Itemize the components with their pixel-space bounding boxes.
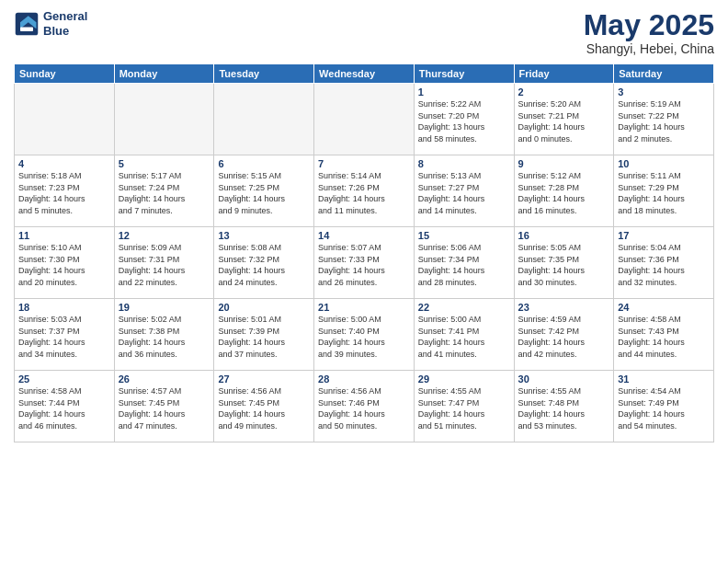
month-title: May 2025: [584, 9, 714, 41]
day-number: 31: [618, 373, 710, 385]
logo-text: General Blue: [43, 9, 87, 38]
calendar-cell: 18Sunrise: 5:03 AM Sunset: 7:37 PM Dayli…: [15, 299, 115, 371]
day-number: 7: [318, 158, 410, 169]
calendar-cell: 14Sunrise: 5:07 AM Sunset: 7:33 PM Dayli…: [314, 227, 415, 299]
day-info: Sunrise: 5:00 AM Sunset: 7:40 PM Dayligh…: [318, 314, 410, 360]
day-info: Sunrise: 5:11 AM Sunset: 7:29 PM Dayligh…: [618, 170, 710, 216]
day-info: Sunrise: 5:04 AM Sunset: 7:36 PM Dayligh…: [618, 242, 710, 288]
calendar-cell: 21Sunrise: 5:00 AM Sunset: 7:40 PM Dayli…: [314, 299, 415, 371]
day-number: 23: [518, 302, 610, 313]
calendar-cell: 5Sunrise: 5:17 AM Sunset: 7:24 PM Daylig…: [114, 155, 214, 227]
weekday-header-monday: Monday: [114, 64, 214, 84]
title-block: May 2025 Shangyi, Hebei, China: [584, 9, 714, 56]
weekday-header-sunday: Sunday: [15, 64, 115, 84]
calendar-cell: [114, 84, 214, 155]
day-info: Sunrise: 5:13 AM Sunset: 7:27 PM Dayligh…: [418, 170, 510, 216]
day-info: Sunrise: 5:15 AM Sunset: 7:25 PM Dayligh…: [218, 170, 310, 216]
calendar-cell: [314, 84, 415, 155]
day-info: Sunrise: 5:03 AM Sunset: 7:37 PM Dayligh…: [18, 314, 110, 360]
day-info: Sunrise: 5:20 AM Sunset: 7:21 PM Dayligh…: [518, 98, 610, 144]
day-info: Sunrise: 5:12 AM Sunset: 7:28 PM Dayligh…: [518, 170, 610, 216]
weekday-header-thursday: Thursday: [414, 64, 514, 84]
day-number: 29: [418, 373, 510, 385]
calendar-cell: 7Sunrise: 5:14 AM Sunset: 7:26 PM Daylig…: [314, 155, 415, 227]
day-number: 14: [318, 230, 410, 241]
day-number: 13: [218, 230, 310, 241]
calendar-cell: 16Sunrise: 5:05 AM Sunset: 7:35 PM Dayli…: [514, 227, 614, 299]
day-number: 10: [618, 158, 710, 169]
day-number: 19: [119, 302, 210, 313]
calendar-cell: 3Sunrise: 5:19 AM Sunset: 7:22 PM Daylig…: [614, 84, 714, 155]
calendar-cell: 20Sunrise: 5:01 AM Sunset: 7:39 PM Dayli…: [214, 299, 314, 371]
calendar-cell: 8Sunrise: 5:13 AM Sunset: 7:27 PM Daylig…: [414, 155, 514, 227]
day-info: Sunrise: 5:19 AM Sunset: 7:22 PM Dayligh…: [618, 98, 710, 144]
calendar-cell: 12Sunrise: 5:09 AM Sunset: 7:31 PM Dayli…: [114, 227, 214, 299]
page: General Blue May 2025 Shangyi, Hebei, Ch…: [0, 0, 728, 563]
calendar-cell: 10Sunrise: 5:11 AM Sunset: 7:29 PM Dayli…: [614, 155, 714, 227]
day-number: 28: [318, 373, 410, 385]
day-number: 21: [318, 302, 410, 313]
calendar-cell: 29Sunrise: 4:55 AM Sunset: 7:47 PM Dayli…: [414, 371, 514, 442]
calendar-cell: 23Sunrise: 4:59 AM Sunset: 7:42 PM Dayli…: [514, 299, 614, 371]
day-info: Sunrise: 5:01 AM Sunset: 7:39 PM Dayligh…: [218, 314, 310, 360]
day-number: 9: [518, 158, 610, 169]
day-number: 5: [119, 158, 210, 169]
day-number: 26: [119, 373, 210, 385]
day-info: Sunrise: 4:58 AM Sunset: 7:44 PM Dayligh…: [18, 385, 110, 431]
day-info: Sunrise: 5:09 AM Sunset: 7:31 PM Dayligh…: [119, 242, 210, 288]
day-number: 11: [18, 230, 110, 241]
day-info: Sunrise: 5:07 AM Sunset: 7:33 PM Dayligh…: [318, 242, 410, 288]
weekday-header-tuesday: Tuesday: [214, 64, 314, 84]
day-info: Sunrise: 5:17 AM Sunset: 7:24 PM Dayligh…: [119, 170, 210, 216]
weekday-header-wednesday: Wednesday: [314, 64, 415, 84]
calendar-cell: 4Sunrise: 5:18 AM Sunset: 7:23 PM Daylig…: [15, 155, 115, 227]
day-number: 1: [418, 86, 510, 98]
calendar-cell: 28Sunrise: 4:56 AM Sunset: 7:46 PM Dayli…: [314, 371, 415, 442]
day-number: 22: [418, 302, 510, 313]
calendar-cell: 25Sunrise: 4:58 AM Sunset: 7:44 PM Dayli…: [15, 371, 115, 442]
day-info: Sunrise: 4:57 AM Sunset: 7:45 PM Dayligh…: [119, 385, 210, 431]
day-info: Sunrise: 5:06 AM Sunset: 7:34 PM Dayligh…: [418, 242, 510, 288]
day-number: 6: [218, 158, 310, 169]
calendar-cell: 2Sunrise: 5:20 AM Sunset: 7:21 PM Daylig…: [514, 84, 614, 155]
day-info: Sunrise: 5:08 AM Sunset: 7:32 PM Dayligh…: [218, 242, 310, 288]
day-info: Sunrise: 4:55 AM Sunset: 7:47 PM Dayligh…: [418, 385, 510, 431]
calendar-cell: 9Sunrise: 5:12 AM Sunset: 7:28 PM Daylig…: [514, 155, 614, 227]
calendar-cell: 17Sunrise: 5:04 AM Sunset: 7:36 PM Dayli…: [614, 227, 714, 299]
svg-rect-2: [20, 27, 33, 30]
day-info: Sunrise: 5:14 AM Sunset: 7:26 PM Dayligh…: [318, 170, 410, 216]
calendar-cell: 24Sunrise: 4:58 AM Sunset: 7:43 PM Dayli…: [614, 299, 714, 371]
calendar-cell: 1Sunrise: 5:22 AM Sunset: 7:20 PM Daylig…: [414, 84, 514, 155]
day-number: 17: [618, 230, 710, 241]
weekday-header-saturday: Saturday: [614, 64, 714, 84]
day-info: Sunrise: 4:58 AM Sunset: 7:43 PM Dayligh…: [618, 314, 710, 360]
day-number: 2: [518, 86, 610, 98]
day-info: Sunrise: 5:10 AM Sunset: 7:30 PM Dayligh…: [18, 242, 110, 288]
calendar-cell: [214, 84, 314, 155]
logo-icon: [14, 11, 40, 37]
calendar-cell: 19Sunrise: 5:02 AM Sunset: 7:38 PM Dayli…: [114, 299, 214, 371]
calendar-cell: [15, 84, 115, 155]
day-info: Sunrise: 5:02 AM Sunset: 7:38 PM Dayligh…: [119, 314, 210, 360]
logo: General Blue: [14, 9, 87, 38]
day-info: Sunrise: 5:22 AM Sunset: 7:20 PM Dayligh…: [418, 98, 510, 144]
day-number: 8: [418, 158, 510, 169]
calendar-cell: 27Sunrise: 4:56 AM Sunset: 7:45 PM Dayli…: [214, 371, 314, 442]
weekday-header-friday: Friday: [514, 64, 614, 84]
calendar-cell: 26Sunrise: 4:57 AM Sunset: 7:45 PM Dayli…: [114, 371, 214, 442]
day-info: Sunrise: 4:56 AM Sunset: 7:45 PM Dayligh…: [218, 385, 310, 431]
header: General Blue May 2025 Shangyi, Hebei, Ch…: [14, 9, 714, 56]
calendar-cell: 15Sunrise: 5:06 AM Sunset: 7:34 PM Dayli…: [414, 227, 514, 299]
calendar-cell: 22Sunrise: 5:00 AM Sunset: 7:41 PM Dayli…: [414, 299, 514, 371]
day-number: 25: [18, 373, 110, 385]
calendar-cell: 30Sunrise: 4:55 AM Sunset: 7:48 PM Dayli…: [514, 371, 614, 442]
day-number: 15: [418, 230, 510, 241]
day-info: Sunrise: 4:54 AM Sunset: 7:49 PM Dayligh…: [618, 385, 710, 431]
day-number: 16: [518, 230, 610, 241]
calendar-cell: 13Sunrise: 5:08 AM Sunset: 7:32 PM Dayli…: [214, 227, 314, 299]
day-number: 3: [618, 86, 710, 98]
calendar-cell: 11Sunrise: 5:10 AM Sunset: 7:30 PM Dayli…: [15, 227, 115, 299]
day-number: 27: [218, 373, 310, 385]
day-number: 20: [218, 302, 310, 313]
day-number: 18: [18, 302, 110, 313]
